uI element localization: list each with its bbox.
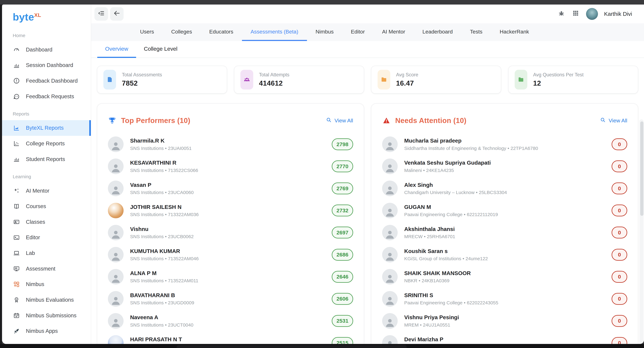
list-item[interactable]: VishnuSNS Institutions • 23UCB0062 2697 [108, 222, 353, 244]
student-subtitle: KGiSL Group of Institutions • 24ume122 [404, 256, 605, 261]
student-subtitle: MREM • 24UJ1A0551 [404, 322, 605, 328]
people-icon [240, 70, 253, 89]
student-subtitle: SNS Institutions • 713522AM011 [130, 278, 325, 283]
list-item[interactable]: SRINITHI SPaavai Engineering College • 6… [382, 288, 628, 310]
background-window [177, 345, 407, 348]
list-item[interactable]: Naveena ASNS Institutions • 23UCT0040 25… [108, 310, 353, 332]
folder-icon [378, 70, 390, 89]
primary-tabbar: Users Colleges Educators Assessments (Be… [91, 23, 644, 41]
list-item[interactable]: Koushik Saran sKGiSL Group of Institutio… [382, 244, 628, 266]
top-performers-list: Sharmila.R KSNS Institutions • 23UAI0051… [108, 133, 353, 344]
avatar-photo [108, 203, 124, 218]
list-item[interactable]: Mucharla Sai pradeepSiddhartha Institute… [382, 133, 628, 155]
list-item[interactable]: ALNA P MSNS Institutions • 713522AM011 2… [108, 266, 353, 288]
sidebar-item-feedback-requests[interactable]: Feedback Requests [2, 89, 91, 104]
sidebar-item-assessment[interactable]: Assessment [2, 261, 91, 277]
list-item[interactable]: Venkata Seshu Supriya GudapatiMalineni •… [382, 155, 628, 177]
list-item[interactable]: Sharmila.R KSNS Institutions • 23UAI0051… [108, 133, 353, 155]
sidebar-section-home: Home [2, 33, 91, 38]
student-subtitle: SNS Institutions • 23UAI0051 [130, 146, 325, 151]
stat-label: Total Assessments [122, 72, 162, 78]
tab-nimbus[interactable]: Nimbus [307, 23, 342, 41]
list-item[interactable]: Devi Marizha PSKCT & SKCET • 727822TUCS0… [382, 332, 628, 344]
list-item[interactable]: KESAVARTHINI RSNS Institutions • 713522C… [108, 155, 353, 177]
page-scrollbar-thumb[interactable] [640, 121, 644, 216]
search-icon [326, 117, 332, 124]
list-item[interactable]: GUGAN MPaavai Engineering College • 6221… [382, 200, 628, 222]
sidebar-item-bytexl-reports[interactable]: ByteXL Reports [2, 120, 91, 136]
bug-report-button[interactable] [557, 10, 566, 18]
list-item[interactable]: JOTHIR SAILESH NSNS Institutions • 71332… [108, 200, 353, 222]
tab-users[interactable]: Users [132, 23, 162, 41]
sidebar-item-nimbus-submissions[interactable]: Nimbus Submissions [2, 308, 91, 323]
list-item[interactable]: KUMUTHA KUMARSNS Institutions • 713522AM… [108, 244, 353, 266]
nimbus-grid-icon [13, 281, 20, 288]
list-item[interactable]: HARI PRASATH N TSNS Institutions • 71332… [108, 332, 353, 344]
score-badge: 0 [612, 205, 627, 216]
list-item[interactable]: BAVATHARANI BSNS Institutions • 23UGD000… [108, 288, 353, 310]
tab-tests[interactable]: Tests [462, 23, 491, 41]
sidebar-item-classes[interactable]: Classes [2, 214, 91, 230]
sidebar-item-lab[interactable]: Lab [2, 245, 91, 261]
score-badge: 0 [612, 227, 627, 239]
sidebar-item-session-dashboard[interactable]: Session Dashboard [2, 57, 91, 73]
subtab-overview[interactable]: Overview [97, 41, 136, 58]
student-name: SHAIK SHAIK MANSOOR [404, 270, 605, 277]
tab-assessments-beta[interactable]: Assessments (Beta) [242, 23, 307, 41]
score-badge: 2697 [332, 227, 353, 239]
medal-icon [13, 296, 20, 304]
file-icon [103, 70, 116, 89]
sidebar-item-courses[interactable]: Courses [2, 199, 91, 214]
avatar [382, 181, 398, 196]
student-name: KUMUTHA KUMAR [130, 248, 325, 254]
laptop-icon [13, 249, 20, 257]
bug-icon [558, 9, 565, 18]
avatar [108, 158, 124, 174]
tab-editor[interactable]: Editor [342, 23, 373, 41]
student-name: Alex Singh [404, 182, 605, 188]
bytexl-logo[interactable]: byteXL [2, 4, 91, 26]
sidebar-item-nimbus[interactable]: Nimbus [2, 277, 91, 292]
sidebar-item-ai-mentor[interactable]: AI Mentor [2, 183, 91, 199]
needs-attention-card: Needs Attention (10) View All Mucharla S… [371, 103, 638, 344]
book-icon [13, 203, 20, 210]
sidebar-item-editor[interactable]: Editor [2, 230, 91, 245]
apps-grid-button[interactable] [572, 10, 580, 18]
sidebar-item-label: Nimbus Evaluations [26, 297, 74, 303]
sidebar-item-student-reports[interactable]: Student Reports [2, 151, 91, 167]
score-badge: 2646 [332, 271, 353, 283]
avatar [382, 136, 398, 152]
tab-ai-mentor[interactable]: AI Mentor [373, 23, 414, 41]
student-subtitle: Chandigarh University – Lucknow • 25LBCS… [404, 190, 605, 195]
sidebar-item-college-reports[interactable]: College Reports [2, 136, 91, 151]
user-avatar[interactable] [586, 8, 598, 20]
student-name: Koushik Saran s [404, 248, 605, 254]
subtab-college-level[interactable]: College Level [136, 41, 185, 58]
sidebar-item-dashboard[interactable]: Dashboard [2, 42, 91, 57]
list-item[interactable]: Akshinthala JhansiMRECW • 25RH5A6701 0 [382, 222, 628, 244]
list-item[interactable]: SHAIK SHAIK MANSOORNBKR • 24KB1A0369 0 [382, 266, 628, 288]
list-item[interactable]: Alex SinghChandigarh University – Luckno… [382, 177, 628, 200]
sidebar-item-nimbus-apps[interactable]: Nimbus Apps [2, 323, 91, 339]
tab-leaderboard[interactable]: Leaderboard [414, 23, 461, 41]
student-name: GUGAN M [404, 204, 605, 210]
alert-circle-icon [13, 77, 20, 84]
tab-colleges[interactable]: Colleges [162, 23, 200, 41]
top-performers-view-all[interactable]: View All [326, 117, 353, 124]
sidebar-item-label: Courses [26, 203, 46, 209]
tab-hackerrank[interactable]: HackerRank [491, 23, 538, 41]
stat-value: 7852 [122, 79, 162, 87]
sidebar-item-feedback-dashboard[interactable]: Feedback Dashboard [2, 73, 91, 89]
collapse-sidebar-button[interactable] [94, 7, 108, 21]
sidebar-item-label: Lab [26, 250, 35, 256]
secondary-tabbar: Overview College Level [91, 41, 644, 58]
sidebar-item-nimbus-evaluations[interactable]: Nimbus Evaluations [2, 292, 91, 308]
user-name[interactable]: Karthik Divi [604, 11, 632, 17]
needs-attention-header: Needs Attention (10) View All [382, 115, 628, 126]
needs-attention-view-all[interactable]: View All [600, 117, 627, 124]
tab-educators[interactable]: Educators [200, 23, 242, 41]
list-item[interactable]: Vishnu Priya PesingiMREM • 24UJ1A0551 0 [382, 310, 628, 332]
back-button[interactable] [110, 7, 124, 21]
list-item[interactable]: Vasan PSNS Institutions • 23UCA0060 2769 [108, 177, 353, 200]
sidebar: byteXL Home Dashboard Session Dashboard … [2, 4, 91, 344]
